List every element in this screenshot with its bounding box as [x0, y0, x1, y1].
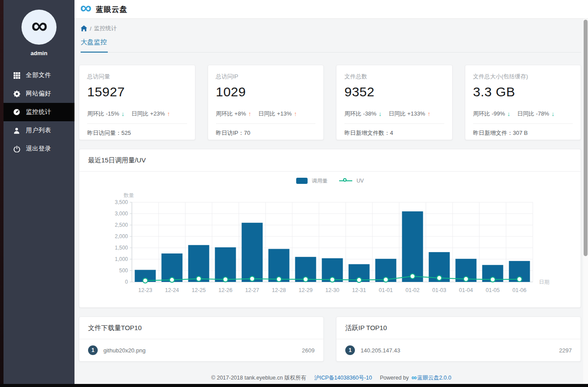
week-compare: 周环比 -99%: [473, 110, 505, 118]
stat-card-total-ips: 总访问IP 1029 周环比 +8%↑ 日同比 +13%↑ 昨日访IP：70: [208, 65, 324, 140]
trend-arrow-icon: ↓: [507, 110, 510, 117]
svg-text:500: 500: [119, 267, 128, 274]
sidebar-item-label: 用户列表: [26, 127, 51, 134]
desktop-edge-bottom: [0, 384, 588, 387]
breadcrumb-current: 监控统计: [94, 25, 117, 32]
svg-text:2,500: 2,500: [115, 222, 128, 228]
username: admin: [4, 50, 74, 56]
list-item[interactable]: 1 github20x20.png 2609: [79, 339, 323, 361]
legend-line-label[interactable]: UV: [357, 178, 364, 184]
bar-line-chart[interactable]: 05001,0001,5002,0002,5003,0003,500数量日期12…: [79, 190, 580, 307]
visit-count: 2297: [559, 347, 572, 354]
legend-bar-label[interactable]: 调用量: [312, 177, 328, 185]
chart-title: 最近15日调用量/UV: [79, 149, 581, 172]
sidebar-item-logout[interactable]: 退出登录: [4, 140, 74, 158]
stat-value: 15927: [87, 84, 187, 99]
day-compare: 日同比 -78%: [517, 110, 549, 118]
svg-text:01-06: 01-06: [513, 287, 527, 293]
legend-bar-swatch[interactable]: [296, 178, 308, 184]
stat-compare: 周环比 -99%↓ 日同比 -78%↓: [473, 110, 573, 118]
scrollbar-thumb[interactable]: [584, 20, 588, 256]
vertical-scrollbar[interactable]: [583, 19, 588, 384]
week-compare: 周环比 +8%: [216, 110, 246, 118]
tab-dashboard-monitor[interactable]: 大盘监控: [81, 38, 108, 53]
power-icon: [13, 145, 20, 152]
stat-footer: 昨日访问量：525: [87, 124, 187, 142]
dashboard-icon: [13, 109, 20, 116]
app-window: ∞ admin 全部文件 网站偏好 监控统计: [0, 0, 588, 387]
stat-compare: 周环比 -15%↓ 日同比 +23%↑: [87, 110, 187, 118]
user-icon: [13, 127, 20, 134]
trend-arrow-icon: ↑: [427, 110, 430, 117]
svg-text:2,000: 2,000: [115, 233, 128, 239]
trend-arrow-icon: ↓: [121, 110, 124, 117]
svg-text:3,500: 3,500: [115, 199, 128, 205]
list-title: 文件下载量TOP10: [79, 317, 323, 339]
stat-footer: 昨日新增文件：307 B: [473, 124, 573, 142]
day-compare: 日同比 +13%: [259, 110, 292, 118]
trend-arrow-icon: ↑: [248, 110, 251, 117]
stat-footer: 昨日新增文件数：4: [344, 124, 444, 142]
sidebar-item-user-list[interactable]: 用户列表: [4, 121, 74, 140]
day-compare: 日同比 +23%: [131, 110, 165, 118]
svg-text:01-04: 01-04: [459, 287, 473, 293]
avatar[interactable]: ∞: [21, 10, 57, 45]
powered-by-text: Powered by: [380, 375, 409, 381]
svg-text:12-30: 12-30: [326, 287, 340, 293]
download-count: 2609: [302, 347, 315, 354]
list-card-file-downloads: 文件下载量TOP10 1 github20x20.png 2609: [79, 317, 324, 362]
footer-logo-icon: ∞: [411, 375, 416, 381]
stat-footer-value: 70: [244, 130, 250, 136]
ip-address: 140.205.147.43: [361, 347, 400, 354]
svg-text:01-01: 01-01: [379, 287, 393, 293]
rank-badge: 1: [88, 345, 98, 355]
svg-text:01-05: 01-05: [486, 287, 500, 293]
stat-value: 9352: [344, 84, 444, 99]
svg-text:0: 0: [125, 279, 128, 285]
product-version-link[interactable]: 蓝眼云盘2.0.0: [417, 374, 451, 382]
stat-footer-value: 307 B: [513, 130, 528, 136]
copyright-text: © 2017-2018 tank.eyeblue.cn 版权所有: [211, 374, 306, 382]
sidebar-item-monitor-stats[interactable]: 监控统计: [4, 103, 74, 121]
stat-card-total-size: 文件总大小(包括缓存) 3.3 GB 周环比 -99%↓ 日同比 -78%↓ 昨…: [465, 65, 581, 140]
breadcrumb: / 监控统计: [74, 19, 588, 32]
svg-text:12-29: 12-29: [299, 287, 313, 293]
svg-text:3,000: 3,000: [115, 211, 128, 217]
sidebar: ∞ admin 全部文件 网站偏好 监控统计: [4, 0, 74, 384]
list-item[interactable]: 1 140.205.147.43 2297: [337, 339, 581, 361]
trend-arrow-icon: ↓: [551, 110, 554, 117]
app-title: 蓝眼云盘: [96, 4, 128, 14]
breadcrumb-separator: /: [90, 25, 92, 32]
svg-text:12-27: 12-27: [245, 287, 259, 293]
icp-link[interactable]: 沪ICP备14038360号-10: [314, 374, 372, 382]
stat-card-total-visits: 总访问量 15927 周环比 -15%↓ 日同比 +23%↑ 昨日访问量：525: [79, 65, 195, 140]
stat-card-total-files: 文件总数 9352 周环比 -38%↓ 日同比 +133%↑ 昨日新增文件数：4: [336, 65, 453, 140]
stat-footer-label: 昨日访问量：: [87, 130, 121, 136]
svg-text:1,500: 1,500: [115, 245, 128, 251]
rank-badge: 1: [345, 345, 355, 355]
sidebar-item-label: 网站偏好: [26, 90, 51, 98]
sidebar-item-all-files[interactable]: 全部文件: [4, 66, 74, 84]
svg-text:01-03: 01-03: [432, 287, 446, 293]
week-compare: 周环比 -15%: [87, 110, 119, 118]
chart-legend: 调用量 UV: [79, 172, 581, 190]
svg-text:1,000: 1,000: [115, 256, 128, 262]
home-icon[interactable]: [81, 25, 87, 32]
stat-label: 总访问量: [87, 73, 187, 81]
app-header: ∞ 蓝眼云盘: [74, 0, 588, 19]
stat-footer-value: 4: [390, 130, 393, 136]
svg-text:12-24: 12-24: [165, 287, 179, 293]
app-logo-icon: ∞: [80, 2, 91, 14]
sidebar-item-label: 全部文件: [26, 71, 51, 79]
stat-footer-label: 昨日访IP：: [216, 130, 244, 136]
svg-text:12-23: 12-23: [138, 287, 152, 293]
stat-label: 文件总大小(包括缓存): [473, 73, 573, 81]
stat-compare: 周环比 -38%↓ 日同比 +133%↑: [344, 110, 444, 118]
day-compare: 日同比 +133%: [389, 110, 425, 118]
list-card-active-ips: 活跃IP TOP10 1 140.205.147.43 2297: [336, 317, 581, 362]
desktop-edge-left: [0, 0, 4, 387]
stat-label: 文件总数: [344, 73, 444, 81]
legend-line-swatch[interactable]: [339, 178, 352, 183]
sidebar-item-site-preferences[interactable]: 网站偏好: [4, 84, 74, 103]
svg-text:12-26: 12-26: [219, 287, 233, 293]
